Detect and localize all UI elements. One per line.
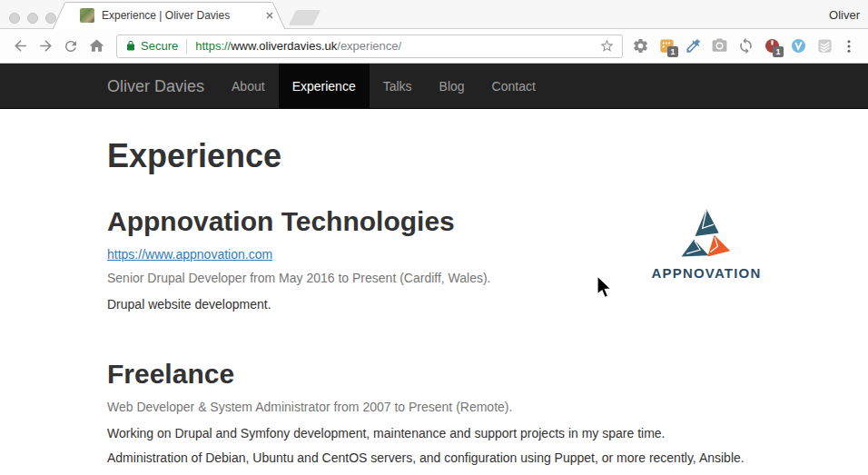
navbar-menu: About Experience Talks Blog Contact [218,64,549,109]
layers-icon [816,37,833,54]
tab-close-button[interactable] [261,7,278,24]
job-description: Administration of Debian, Ubuntu and Cen… [107,449,761,467]
reload-icon [63,38,79,54]
bookmark-button[interactable] [597,36,616,56]
tab-title: Experience | Oliver Davies [102,9,261,22]
nav-item-experience[interactable]: Experience [279,64,370,109]
job-description: Drupal website development. [107,295,761,313]
browser-tab[interactable]: Experience | Oliver Davies [53,2,285,29]
tab-favicon [80,8,94,23]
sync-icon [737,37,755,54]
reload-button[interactable] [58,34,84,59]
gear-icon [632,37,649,54]
secure-lock-icon [125,40,136,52]
omnibox-divider [186,39,187,54]
address-bar[interactable]: Secure https://www.oliverdavies.uk/exper… [116,35,623,58]
star-icon [599,38,615,54]
forward-button[interactable] [33,34,58,59]
url-path: /experience/ [337,39,401,53]
extension-badge: 1 [773,46,784,57]
nav-item-about[interactable]: About [218,64,279,109]
home-icon [88,37,105,54]
extension-sync-button[interactable] [734,34,758,58]
appnovation-logo-text: APPNOVATION [646,265,766,281]
browser-toolbar: Secure https://www.oliverdavies.uk/exper… [0,29,868,64]
back-icon [12,37,29,54]
secure-label: Secure [141,39,178,53]
url-host: www.oliverdavies.uk [231,39,337,53]
extension-video-button[interactable] [786,34,811,58]
kebab-menu-icon [841,38,857,54]
appnovation-link[interactable]: https://www.appnovation.com [107,247,272,262]
url-scheme: https:// [195,39,231,53]
job-role: Web Developer & System Administrator fro… [107,398,761,416]
extension-timer-button[interactable]: 1 [760,34,784,58]
extension-notes-button[interactable]: 1 [655,34,679,58]
nav-item-blog[interactable]: Blog [426,64,478,109]
profile-name[interactable]: Oliver [829,8,860,22]
nav-item-talks[interactable]: Talks [370,64,426,109]
blue-v-icon [790,37,807,54]
section-heading: Freelance [107,359,761,390]
chrome-menu-button[interactable] [837,34,861,59]
section-appnovation: Appnovation Technologies https://www.app… [107,206,761,313]
minimize-window-button[interactable] [27,13,38,24]
close-window-button[interactable] [9,13,20,24]
eyedropper-icon [685,37,702,54]
appnovation-triangle-icon [677,208,735,259]
section-freelance: Freelance Web Developer & System Adminis… [107,359,761,467]
home-button[interactable] [84,34,109,59]
extension-eyedropper-button[interactable] [681,34,705,58]
extension-screenshot-button[interactable] [707,34,732,58]
page-content: Experience Appnovation Technologies http… [94,137,774,467]
url-text[interactable]: https://www.oliverdavies.uk/experience/ [195,39,597,53]
mouse-cursor [597,275,615,301]
extension-settings-button[interactable] [628,34,653,58]
extension-tasks-button[interactable] [813,34,837,58]
nav-item-contact[interactable]: Contact [478,64,549,109]
new-tab-button[interactable] [289,10,321,25]
window-controls [9,13,56,24]
job-description: Working on Drupal and Symfony developmen… [107,424,761,442]
browser-window: Experience | Oliver Davies Oliver Secure… [0,0,868,475]
page-title: Experience [107,137,761,175]
forward-icon [37,37,54,54]
navbar-brand[interactable]: Oliver Davies [94,64,218,109]
extension-badge: 1 [667,46,678,57]
tab-strip: Experience | Oliver Davies Oliver [0,0,868,29]
close-icon [264,10,275,21]
camera-icon [711,37,728,54]
back-button[interactable] [7,34,33,59]
extensions-row: 1 1 [628,34,837,58]
site-navbar: Oliver Davies About Experience Talks Blo… [0,64,868,109]
appnovation-logo: APPNOVATION [646,208,766,281]
